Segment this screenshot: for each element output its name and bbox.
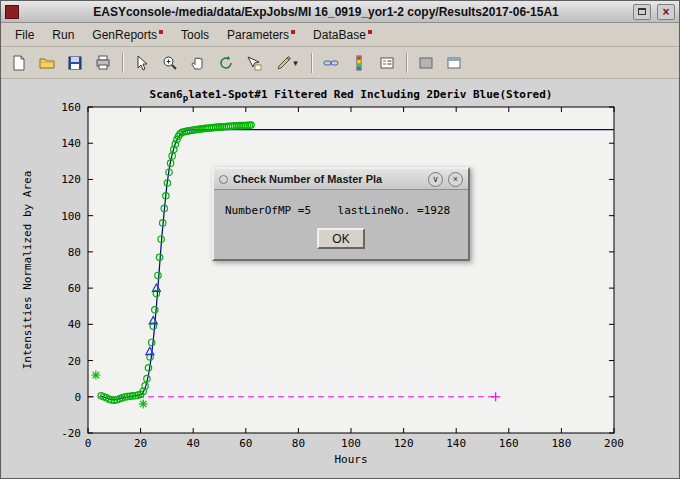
dialog-message: NumberOfMP =5 lastLineNo. =1928 [225,204,457,217]
svg-text:160: 160 [61,101,81,114]
menu-item-genreports[interactable]: GenReports [84,25,171,45]
dialog-close-button[interactable]: × [448,172,463,187]
maximize-icon [638,8,646,15]
close-button[interactable]: × [657,4,675,20]
save-icon [67,55,83,71]
svg-text:Scan6plate1-Spot#1 Filtered Re: Scan6plate1-Spot#1 Filtered Red Includin… [150,88,553,103]
show-plot-tools-button[interactable] [441,50,467,76]
dropdown-caret-icon[interactable]: ▾ [293,58,298,68]
svg-text:-20: -20 [61,427,81,440]
menu-bar: FileRunGenReportsToolsParametersDataBase [1,23,679,47]
svg-text:40: 40 [187,437,200,450]
svg-text:Intensities Normalized by Area: Intensities Normalized by Area [21,171,34,370]
link-plot-button[interactable] [318,50,344,76]
brush-button[interactable]: ▾ [269,50,305,76]
link-plot-icon [323,55,339,71]
data-cursor-icon [246,55,262,71]
toolbar-separator [122,53,123,73]
app-icon[interactable] [5,5,19,19]
menu-item-file[interactable]: File [7,25,42,45]
insert-legend-icon [379,55,395,71]
app-window: EASYconsole-/media/data/ExpJobs/MI 16_09… [0,0,680,479]
svg-text:200: 200 [604,437,624,450]
dialog-title: Check Number of Master Pla [233,173,423,185]
new-document-icon [11,55,27,71]
window-title: EASYconsole-/media/data/ExpJobs/MI 16_09… [25,5,627,19]
svg-text:60: 60 [68,282,81,295]
print-icon [95,55,111,71]
window-titlebar[interactable]: EASYconsole-/media/data/ExpJobs/MI 16_09… [1,1,679,23]
svg-text:140: 140 [61,137,81,150]
svg-text:120: 120 [394,437,414,450]
svg-text:60: 60 [239,437,252,450]
open-folder-icon [39,55,55,71]
svg-text:160: 160 [499,437,519,450]
menu-item-database[interactable]: DataBase [305,25,380,45]
svg-text:180: 180 [551,437,571,450]
menu-item-tools[interactable]: Tools [173,25,217,45]
insert-colorbar-button[interactable] [346,50,372,76]
chart-canvas[interactable]: 020406080100120140160180200-200204060801… [4,81,676,477]
svg-text:40: 40 [68,318,81,331]
maximize-button[interactable] [633,4,651,20]
svg-text:100: 100 [61,210,81,223]
svg-text:0: 0 [74,391,81,404]
chevron-down-icon: ∨ [432,174,439,184]
figure-area: 020406080100120140160180200-200204060801… [2,79,678,477]
svg-text:100: 100 [341,437,361,450]
toolbar: ▾ [1,47,679,79]
open-file-button[interactable] [34,50,60,76]
menu-item-parameters[interactable]: Parameters [219,25,303,45]
zoom-in-icon [162,55,178,71]
data-cursor-button[interactable] [241,50,267,76]
dialog-body: NumberOfMP =5 lastLineNo. =1928 OK [214,190,468,249]
svg-text:80: 80 [68,246,81,259]
svg-text:0: 0 [85,437,92,450]
hide-plot-tools-button[interactable] [413,50,439,76]
zoom-in-button[interactable] [157,50,183,76]
show-plot-tools-icon [446,55,462,71]
toolbar-separator [311,53,312,73]
menu-item-run[interactable]: Run [44,25,82,45]
close-icon: × [662,6,669,18]
menu-accel-mark [368,30,372,34]
toolbar-separator [406,53,407,73]
pan-hand-icon [190,55,206,71]
rotate-3d-button[interactable] [213,50,239,76]
dialog-check-number-of-master-plates: Check Number of Master Pla ∨ × NumberOfM… [212,167,470,261]
save-figure-button[interactable] [62,50,88,76]
svg-text:140: 140 [446,437,466,450]
dialog-collapse-button[interactable]: ∨ [428,172,443,187]
rotate-3d-icon [218,55,234,71]
pan-button[interactable] [185,50,211,76]
new-figure-button[interactable] [6,50,32,76]
svg-text:80: 80 [292,437,305,450]
insert-colorbar-icon [351,55,367,71]
dialog-ok-button[interactable]: OK [317,228,365,249]
menu-accel-mark [291,30,295,34]
dialog-app-icon [219,175,228,184]
close-icon: × [453,174,458,184]
svg-text:20: 20 [134,437,147,450]
brush-icon [276,55,292,71]
svg-text:120: 120 [61,173,81,186]
edit-arrow-icon [134,55,150,71]
insert-legend-button[interactable] [374,50,400,76]
svg-text:Hours: Hours [334,453,367,466]
edit-plot-button[interactable] [129,50,155,76]
menu-accel-mark [159,30,163,34]
dialog-titlebar[interactable]: Check Number of Master Pla ∨ × [214,169,468,190]
hide-plot-tools-icon [418,55,434,71]
print-button[interactable] [90,50,116,76]
svg-text:20: 20 [68,355,81,368]
